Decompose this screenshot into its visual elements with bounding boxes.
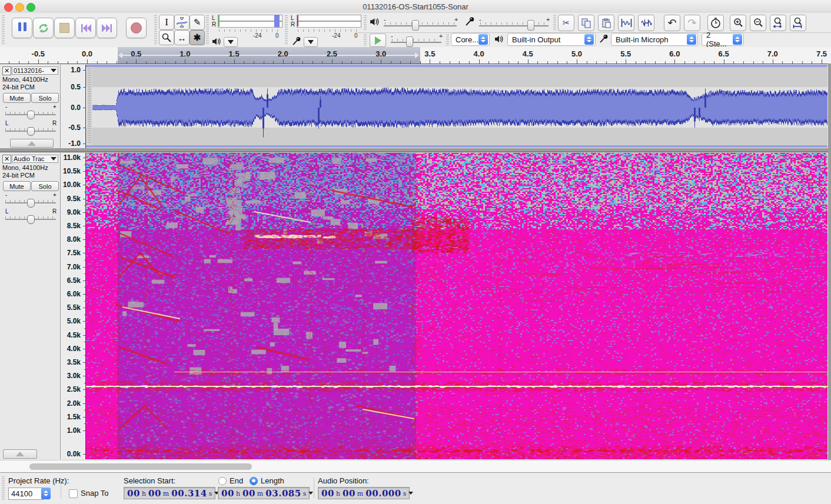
play-at-speed-button[interactable]	[370, 34, 386, 47]
track2-frequency-scale[interactable]: 11.0k10.5k10.0k9.5k9.0k8.5k8.0k7.5k7.0k6…	[61, 153, 86, 459]
silence-audio-button[interactable]	[638, 15, 654, 31]
time-digits[interactable]: 00	[343, 488, 355, 499]
draw-tool-button[interactable]: ✎	[190, 15, 205, 30]
track1-pan-right: R	[52, 120, 56, 126]
frequency-scale-label: 0.0k	[67, 450, 81, 458]
fit-selection-button[interactable]	[770, 15, 786, 31]
horizontal-scrollbar-thumb[interactable]	[29, 463, 252, 470]
playback-meter-dropdown[interactable]	[224, 37, 238, 47]
multi-tool-button[interactable]: ✱	[190, 30, 205, 45]
recording-device-select[interactable]: Built-in Microph	[611, 33, 698, 46]
selection-start-field[interactable]: 00h00m00.314s	[124, 487, 215, 499]
track1-vertical-scale[interactable]: 1.00.50.0-0.5-1.0	[61, 65, 86, 148]
playback-device-select[interactable]: Built-in Output	[507, 33, 596, 46]
snap-to-checkbox[interactable]	[69, 489, 78, 498]
track2-gain-slider[interactable]	[5, 199, 56, 207]
title-bar[interactable]: 01132016-OS-Start1055-Sonar	[0, 0, 831, 14]
track2-close-button[interactable]: ✕	[2, 155, 11, 163]
recording-meter-dropdown[interactable]	[304, 37, 318, 47]
recording-meter-grip[interactable]	[285, 15, 288, 45]
copy-button[interactable]	[578, 15, 594, 31]
selection-tool-button[interactable]: I	[159, 15, 174, 30]
transcription-toolbar-grip[interactable]	[364, 34, 367, 46]
input-volume-slider[interactable]	[479, 25, 549, 26]
frequency-scale-label: 10.0k	[63, 181, 81, 189]
length-radio[interactable]	[250, 477, 258, 485]
track1-gain-slider[interactable]	[5, 111, 56, 119]
play-button[interactable]	[33, 18, 54, 38]
skip-to-start-button[interactable]	[75, 18, 96, 38]
zoom-tool-button[interactable]	[159, 30, 174, 45]
output-volume-thumb[interactable]	[412, 20, 419, 31]
track1-mute-button[interactable]: Mute	[3, 93, 31, 103]
paste-button[interactable]	[598, 15, 614, 31]
audio-position-field[interactable]: 00h00m00.000s	[318, 487, 410, 499]
play-speed-slider[interactable]	[391, 42, 441, 43]
timeline-ruler[interactable]: -0.50.00.51.01.52.02.53.03.54.04.55.05.5…	[0, 47, 831, 64]
stop-button[interactable]	[54, 18, 75, 38]
zoom-in-button[interactable]	[730, 15, 746, 31]
time-digits[interactable]: 00	[321, 488, 334, 499]
input-volume-thumb[interactable]	[527, 20, 534, 31]
recording-channels-select[interactable]: 2 (Ste...	[702, 33, 744, 46]
time-digits[interactable]: 00	[148, 488, 161, 499]
track2-solo-button[interactable]: Solo	[31, 181, 59, 191]
select-stepper-icon	[733, 34, 742, 45]
selection-toolbar-grip[interactable]	[2, 476, 5, 501]
project-rate-input[interactable]: 44100	[8, 488, 44, 500]
dropdown-caret-icon[interactable]	[308, 492, 313, 495]
select-stepper-icon	[478, 34, 488, 45]
track1-title-menu[interactable]: 01132016-	[12, 66, 58, 75]
track1-close-button[interactable]: ✕	[2, 66, 11, 75]
zoom-out-button[interactable]	[750, 15, 766, 31]
track1-solo-button[interactable]: Solo	[31, 93, 59, 103]
selection-length-field[interactable]: 00h00m03.085s	[218, 487, 310, 499]
audio-host-select[interactable]: Core...	[451, 33, 490, 46]
recording-meter[interactable]: L R -24 0	[290, 14, 361, 46]
track2-spectrogram[interactable]	[86, 153, 827, 459]
frequency-scale-minor-tick	[84, 410, 85, 410]
undo-button[interactable]: ↶	[664, 15, 680, 31]
horizontal-scrollbar[interactable]	[0, 460, 831, 473]
track2-mute-button[interactable]: Mute	[3, 181, 31, 191]
frequency-scale-minor-tick	[84, 192, 85, 192]
track2-collapse-button[interactable]	[3, 449, 37, 459]
skip-to-end-button[interactable]	[97, 18, 117, 38]
tools-toolbar-grip[interactable]	[154, 15, 157, 45]
track1-waveform[interactable]	[86, 65, 827, 148]
mixer-toolbar-grip[interactable]	[364, 15, 367, 31]
redo-button[interactable]: ↷	[684, 15, 700, 31]
track1-pan-slider[interactable]	[5, 127, 56, 135]
amplitude-scale-tick	[83, 87, 85, 88]
transport-toolbar-grip[interactable]	[2, 15, 5, 45]
output-volume-slider[interactable]	[384, 25, 457, 26]
time-digits[interactable]: 00	[242, 488, 255, 499]
end-radio[interactable]	[218, 477, 227, 485]
playback-meter[interactable]: L R -24 0	[211, 14, 282, 46]
playback-meter-grip[interactable]	[206, 15, 209, 45]
sync-lock-button[interactable]	[707, 15, 724, 31]
fit-project-button[interactable]	[790, 15, 806, 31]
pause-button[interactable]	[12, 18, 32, 38]
envelope-tool-button[interactable]	[174, 15, 190, 30]
time-digits[interactable]: 00	[221, 488, 234, 499]
device-toolbar-grip[interactable]	[446, 34, 449, 46]
track1-collapse-button[interactable]	[10, 139, 54, 148]
time-digits[interactable]: 00.314	[171, 488, 207, 499]
track2-title-menu[interactable]: Audio Trac	[12, 155, 58, 163]
trim-audio-button[interactable]	[618, 15, 634, 31]
dropdown-caret-icon[interactable]	[408, 492, 413, 495]
time-digits[interactable]: 00	[127, 488, 140, 499]
timeshift-tool-button[interactable]: ↔	[174, 30, 190, 45]
frequency-scale-label: 8.5k	[67, 222, 81, 230]
play-speed-thumb[interactable]	[406, 36, 413, 47]
project-rate-stepper[interactable]	[41, 488, 51, 499]
track2-pan-slider[interactable]	[5, 215, 56, 223]
cut-button[interactable]: ✂	[558, 15, 574, 31]
edit-toolbar-grip[interactable]	[553, 15, 556, 31]
record-button[interactable]	[126, 18, 147, 38]
track2-format-info: Mono, 44100Hz	[2, 164, 48, 171]
time-digits[interactable]: 03.085	[265, 488, 301, 499]
frequency-scale-minor-tick	[84, 423, 85, 424]
time-digits[interactable]: 00.000	[365, 488, 401, 499]
